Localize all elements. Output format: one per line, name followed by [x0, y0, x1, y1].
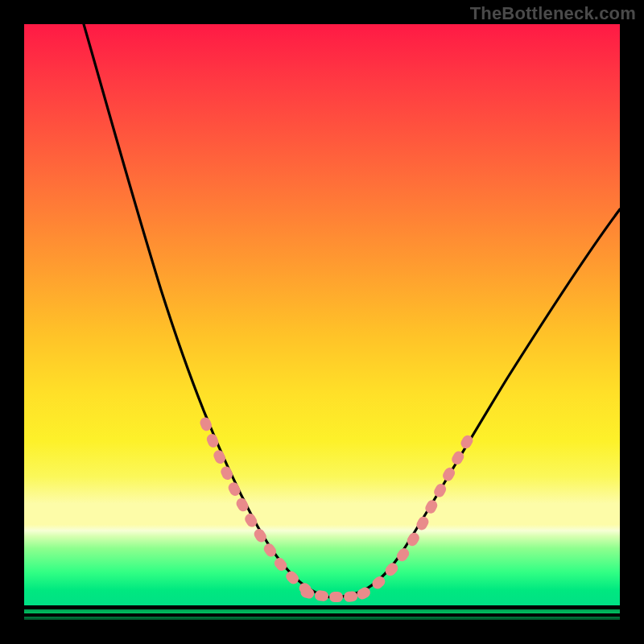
bottleneck-curve — [84, 24, 620, 597]
chart-frame: TheBottleneck.com — [0, 0, 644, 644]
curve-layer — [24, 24, 620, 620]
watermark-text: TheBottleneck.com — [470, 3, 636, 24]
marker-dots-bottom — [306, 592, 358, 597]
marker-dots-right — [362, 435, 471, 594]
plot-area — [24, 24, 620, 620]
